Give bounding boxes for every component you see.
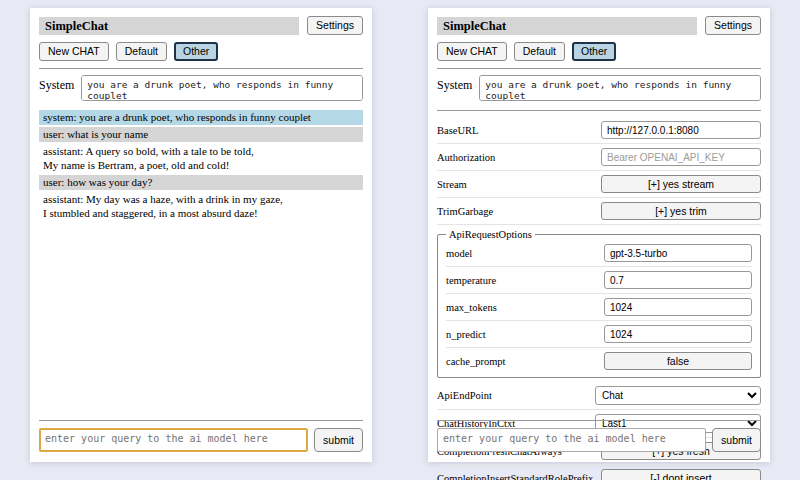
query-input[interactable] (437, 428, 706, 452)
new-chat-button[interactable]: New CHAT (39, 42, 109, 61)
chat-message-assistant: assistant: A query so bold, with a tale … (39, 144, 363, 173)
cache-prompt-toggle-button[interactable]: false (604, 352, 752, 370)
authorization-input[interactable] (601, 148, 761, 166)
divider (437, 68, 761, 69)
setting-row-authorization: Authorization (437, 144, 761, 171)
session-tab-default[interactable]: Default (116, 42, 167, 61)
temperature-label: temperature (446, 275, 496, 286)
new-chat-button[interactable]: New CHAT (437, 42, 507, 61)
divider (39, 68, 363, 69)
system-prompt-input[interactable]: you are a drunk poet, who responds in fu… (479, 75, 761, 101)
baseurl-input[interactable] (601, 121, 761, 139)
chat-message-user: user: what is your name (39, 127, 363, 142)
divider (39, 420, 363, 421)
divider (437, 110, 761, 111)
session-tab-default[interactable]: Default (514, 42, 565, 61)
cache-prompt-label: cache_prompt (446, 356, 505, 367)
completioninsertstandardroleprefix-toggle-button[interactable]: [-] dont insert (601, 469, 761, 480)
authorization-label: Authorization (437, 152, 495, 163)
chat-message-assistant: assistant: My day was a haze, with a dri… (39, 192, 363, 221)
trimgarbage-toggle-button[interactable]: [+] yes trim (601, 202, 761, 220)
setting-row-temperature: temperature (446, 267, 752, 294)
apiendpoint-select[interactable]: Chat (595, 386, 761, 405)
chat-message-user: user: how was your day? (39, 175, 363, 190)
chat-log: system: you are a drunk poet, who respon… (39, 110, 363, 221)
header: SimpleChat Settings (39, 16, 363, 35)
stream-label: Stream (437, 179, 467, 190)
setting-row-cache-prompt: cache_prompt false (446, 348, 752, 374)
session-tab-other[interactable]: Other (572, 42, 616, 61)
query-footer: submit (39, 420, 363, 452)
setting-row-max-tokens: max_tokens (446, 294, 752, 321)
setting-row-stream: Stream [+] yes stream (437, 171, 761, 198)
api-request-options-fieldset: ApiRequestOptions model temperature max_… (437, 229, 761, 378)
n-predict-label: n_predict (446, 329, 486, 340)
chat-message-system: system: you are a drunk poet, who respon… (39, 110, 363, 125)
trimgarbage-label: TrimGarbage (437, 206, 493, 217)
model-label: model (446, 248, 472, 259)
setting-row-baseurl: BaseURL (437, 117, 761, 144)
api-request-options-legend: ApiRequestOptions (446, 229, 535, 240)
model-input[interactable] (604, 244, 752, 262)
session-toolbar: New CHAT Default Other (39, 42, 363, 61)
n-predict-input[interactable] (604, 325, 752, 343)
stream-toggle-button[interactable]: [+] yes stream (601, 175, 761, 193)
settings-button[interactable]: Settings (307, 16, 363, 35)
system-label: System (437, 75, 472, 101)
apiendpoint-label: ApiEndPoint (437, 390, 492, 401)
setting-row-completioninsertstandardroleprefix: CompletionInsertStandardRolePrefix [-] d… (437, 465, 761, 480)
system-prompt-row: System you are a drunk poet, who respond… (39, 75, 363, 101)
divider (437, 420, 761, 421)
system-label: System (39, 75, 74, 101)
setting-row-apiendpoint: ApiEndPoint Chat (437, 382, 761, 410)
temperature-input[interactable] (604, 271, 752, 289)
setting-row-trimgarbage: TrimGarbage [+] yes trim (437, 198, 761, 225)
max-tokens-input[interactable] (604, 298, 752, 316)
system-prompt-row: System you are a drunk poet, who respond… (437, 75, 761, 101)
app-title: SimpleChat (437, 17, 697, 35)
chat-panel: SimpleChat Settings New CHAT Default Oth… (30, 8, 372, 462)
settings-panel: SimpleChat Settings New CHAT Default Oth… (428, 8, 770, 462)
session-toolbar: New CHAT Default Other (437, 42, 761, 61)
submit-button[interactable]: submit (712, 428, 761, 452)
baseurl-label: BaseURL (437, 125, 478, 136)
submit-button[interactable]: submit (314, 428, 363, 452)
query-input[interactable] (39, 428, 308, 452)
query-footer: submit (437, 420, 761, 452)
setting-row-n-predict: n_predict (446, 321, 752, 348)
system-prompt-input[interactable]: you are a drunk poet, who responds in fu… (81, 75, 363, 101)
max-tokens-label: max_tokens (446, 302, 497, 313)
session-tab-other[interactable]: Other (174, 42, 218, 61)
header: SimpleChat Settings (437, 16, 761, 35)
app-title: SimpleChat (39, 17, 299, 35)
settings-button[interactable]: Settings (705, 16, 761, 35)
completioninsertstandardroleprefix-label: CompletionInsertStandardRolePrefix (437, 473, 593, 480)
setting-row-model: model (446, 240, 752, 267)
